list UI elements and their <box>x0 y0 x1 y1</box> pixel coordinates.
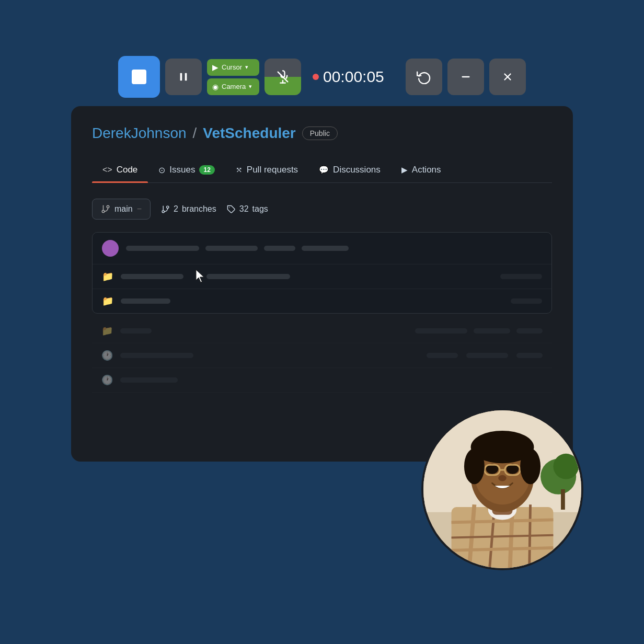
pr-icon: ⤲ <box>236 165 243 175</box>
tab-pr-label: Pull requests <box>247 165 298 175</box>
close-icon <box>502 71 513 83</box>
tab-discussions-label: Discussions <box>333 165 381 175</box>
cursor-label: Cursor <box>222 63 242 71</box>
tab-actions[interactable]: ▶ Actions <box>391 157 452 182</box>
commit-msg-1 <box>126 246 199 251</box>
tab-navigation: <> Code ⊙ Issues 12 ⤲ Pull requests 💬 Di… <box>92 157 552 183</box>
video-call-avatar <box>421 408 583 570</box>
camera-chevron-icon: ▾ <box>249 83 252 90</box>
tab-pull-requests[interactable]: ⤲ Pull requests <box>225 157 308 182</box>
minimize-button[interactable] <box>447 59 484 95</box>
svg-point-39 <box>498 475 507 481</box>
timer-display: 00:00:05 <box>306 68 400 86</box>
reset-button[interactable] <box>406 59 442 95</box>
faded-name-1 <box>120 328 152 334</box>
cursor-chevron-icon: ▾ <box>245 64 248 71</box>
faded-row-3: 🕐 <box>92 368 552 393</box>
faded-row-2: 🕐 <box>92 343 552 368</box>
faded-row-1: 📁 <box>92 319 552 343</box>
file-desc-1 <box>206 274 290 279</box>
commit-msg-3 <box>264 246 295 251</box>
repo-separator: / <box>193 125 197 142</box>
minimize-icon <box>460 71 472 83</box>
camera-label: Camera <box>222 83 246 90</box>
file-date-1 <box>500 274 542 279</box>
cursor-camera-group: ▶ Cursor ▾ ◉ Camera ▾ <box>207 59 259 95</box>
commit-avatar <box>102 240 119 257</box>
tab-code[interactable]: <> Code <box>92 157 148 182</box>
folder-icon: 📁 <box>102 295 113 307</box>
file-list: 📁 📁 <box>92 232 552 314</box>
tab-code-label: Code <box>117 165 138 175</box>
commit-msg-4 <box>302 246 349 251</box>
svg-rect-0 <box>180 73 182 81</box>
faded-clock-icon: 🕐 <box>101 350 113 361</box>
person-photo <box>423 410 581 568</box>
file-row[interactable]: 📁 <box>93 289 551 313</box>
issues-icon: ⊙ <box>158 165 165 175</box>
recording-dot <box>313 74 319 80</box>
commit-msg-2 <box>205 246 258 251</box>
branch-bar: main − 2 branches 32 tags <box>92 199 552 220</box>
branches-label: branches <box>182 204 216 214</box>
timer-value: 00:00:05 <box>323 68 384 86</box>
mic-slash-icon <box>275 70 290 84</box>
faded-folder-icon-1: 📁 <box>101 325 113 337</box>
close-button[interactable] <box>489 59 526 95</box>
tags-link[interactable]: 32 tags <box>227 204 268 214</box>
file-name-1 <box>121 274 183 279</box>
repo-header: DerekJohnson / VetScheduler Public <box>92 125 552 142</box>
branches-icon <box>161 205 170 214</box>
faded-name-3 <box>120 377 178 383</box>
commit-row[interactable] <box>93 233 551 264</box>
svg-rect-42 <box>561 489 565 510</box>
pause-button[interactable] <box>165 59 202 95</box>
reset-icon <box>417 70 431 84</box>
cursor-button[interactable]: ▶ Cursor ▾ <box>207 59 259 76</box>
branch-icon <box>101 204 110 214</box>
branch-dash: − <box>137 204 142 214</box>
tab-actions-label: Actions <box>412 165 441 175</box>
branch-selector[interactable]: main − <box>92 199 151 220</box>
file-date-2 <box>511 298 542 304</box>
svg-point-37 <box>464 448 485 484</box>
current-branch-label: main <box>114 204 133 214</box>
faded-file-rows: 📁 🕐 🕐 <box>92 319 552 393</box>
cursor-icon: ▶ <box>212 63 218 72</box>
discussions-icon: 💬 <box>319 165 329 175</box>
tags-count: 32 <box>239 204 249 214</box>
stop-icon <box>132 70 146 84</box>
camera-button[interactable]: ◉ Camera ▾ <box>207 78 259 95</box>
file-row[interactable]: 📁 <box>93 264 551 289</box>
tab-discussions[interactable]: 💬 Discussions <box>308 157 391 182</box>
tab-issues[interactable]: ⊙ Issues 12 <box>148 157 225 182</box>
repo-owner[interactable]: DerekJohnson <box>92 125 187 142</box>
folder-icon: 📁 <box>102 271 113 282</box>
branches-count: 2 <box>174 204 178 214</box>
camera-icon: ◉ <box>212 83 218 91</box>
actions-icon: ▶ <box>401 165 408 175</box>
person-illustration <box>423 410 581 568</box>
svg-point-41 <box>553 454 579 479</box>
pause-icon <box>178 71 189 83</box>
code-icon: <> <box>102 165 112 175</box>
branches-link[interactable]: 2 branches <box>161 204 216 214</box>
svg-rect-1 <box>185 73 187 81</box>
repo-name[interactable]: VetScheduler <box>203 125 295 142</box>
faded-name-2 <box>120 353 193 358</box>
tab-issues-label: Issues <box>169 165 195 175</box>
issues-badge: 12 <box>199 165 214 175</box>
faded-clock-icon-2: 🕐 <box>101 374 113 386</box>
visibility-badge: Public <box>302 126 338 140</box>
commit-message-placeholder <box>126 246 542 251</box>
mic-slash-button[interactable] <box>264 59 301 95</box>
tags-label: tags <box>252 204 268 214</box>
tag-icon <box>227 205 236 214</box>
stop-button[interactable] <box>118 56 160 98</box>
file-name-2 <box>121 298 170 304</box>
svg-point-38 <box>520 448 540 484</box>
recording-toolbar: ▶ Cursor ▾ ◉ Camera ▾ <box>108 48 536 106</box>
